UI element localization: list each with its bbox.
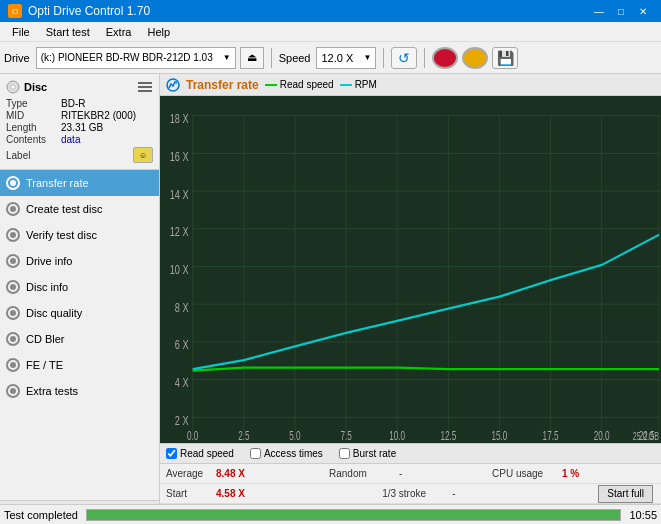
nav-label: CD Bler bbox=[26, 333, 65, 345]
nav-extra-tests[interactable]: Extra tests bbox=[0, 378, 159, 404]
length-value: 23.31 GB bbox=[61, 122, 103, 133]
toolbar-separator3 bbox=[424, 48, 425, 68]
nav-label: Transfer rate bbox=[26, 177, 89, 189]
nav-dot bbox=[6, 280, 20, 294]
svg-text:16 X: 16 X bbox=[170, 149, 189, 163]
random-label: Random bbox=[329, 468, 399, 479]
mid-label: MID bbox=[6, 110, 61, 121]
nav-fe-te[interactable]: FE / TE bbox=[0, 352, 159, 378]
disc-button1[interactable] bbox=[432, 47, 458, 69]
menu-file[interactable]: File bbox=[4, 24, 38, 40]
nav-verify-test-disc[interactable]: Verify test disc bbox=[0, 222, 159, 248]
access-times-checkbox[interactable] bbox=[250, 448, 261, 459]
svg-text:14 X: 14 X bbox=[170, 187, 189, 201]
read-speed-checkbox[interactable] bbox=[166, 448, 177, 459]
nav-disc-info[interactable]: Disc info bbox=[0, 274, 159, 300]
refresh-button[interactable]: ↺ bbox=[391, 47, 417, 69]
minimize-button[interactable]: — bbox=[589, 3, 609, 19]
svg-text:12.5: 12.5 bbox=[440, 429, 456, 442]
svg-text:2.5: 2.5 bbox=[238, 429, 250, 442]
svg-text:20.0: 20.0 bbox=[594, 429, 610, 442]
stat-random: Random - bbox=[329, 468, 492, 479]
nav-cd-bler[interactable]: CD Bler bbox=[0, 326, 159, 352]
drive-dropdown[interactable]: (k:) PIONEER BD-RW BDR-212D 1.03 ▼ bbox=[36, 47, 236, 69]
nav-dot bbox=[6, 358, 20, 372]
svg-rect-3 bbox=[138, 86, 152, 88]
cpu-label: CPU usage bbox=[492, 468, 562, 479]
nav-dot bbox=[6, 228, 20, 242]
svg-rect-4 bbox=[138, 90, 152, 92]
svg-text:7.5: 7.5 bbox=[340, 429, 352, 442]
legend-rpm-label: RPM bbox=[355, 79, 377, 90]
sidebar: Disc Type BD-R MID RITEKBR2 (000) bbox=[0, 74, 160, 524]
checkbox-burst-rate[interactable]: Burst rate bbox=[339, 448, 396, 459]
speed-value: 12.0 X bbox=[321, 52, 353, 64]
svg-text:17.5: 17.5 bbox=[543, 429, 559, 442]
avg-value: 8.48 X bbox=[216, 468, 264, 479]
legend-read-color bbox=[265, 84, 277, 86]
burst-rate-checkbox[interactable] bbox=[339, 448, 350, 459]
svg-text:4 X: 4 X bbox=[175, 375, 189, 389]
mid-value: RITEKBR2 (000) bbox=[61, 110, 136, 121]
avg-label: Average bbox=[166, 468, 216, 479]
progress-fill bbox=[87, 510, 620, 520]
svg-point-1 bbox=[11, 85, 15, 89]
svg-text:18 X: 18 X bbox=[170, 111, 189, 125]
type-value: BD-R bbox=[61, 98, 85, 109]
legend-read-label: Read speed bbox=[280, 79, 334, 90]
svg-text:0.0: 0.0 bbox=[187, 429, 199, 442]
toolbar-separator2 bbox=[383, 48, 384, 68]
status-text: Test completed bbox=[4, 509, 78, 521]
menu-extra[interactable]: Extra bbox=[98, 24, 140, 40]
checkbox-read-speed[interactable]: Read speed bbox=[166, 448, 234, 459]
content-area: Transfer rate Read speed RPM 18 X 16 X 1… bbox=[160, 74, 661, 524]
nav-label: Create test disc bbox=[26, 203, 102, 215]
title-bar: O Opti Drive Control 1.70 — □ ✕ bbox=[0, 0, 661, 22]
svg-text:25.0 GB: 25.0 GB bbox=[633, 431, 659, 443]
chart-controls: Read speed Access times Burst rate bbox=[160, 443, 661, 463]
chart-area: 18 X 16 X 14 X 12 X 10 X 8 X 6 X 4 X 2 X bbox=[160, 96, 661, 443]
close-button[interactable]: ✕ bbox=[633, 3, 653, 19]
nav-disc-quality[interactable]: Disc quality bbox=[0, 300, 159, 326]
stroke-label: 1/3 stroke bbox=[382, 488, 452, 499]
start-full-button[interactable]: Start full bbox=[598, 485, 653, 503]
maximize-button[interactable]: □ bbox=[611, 3, 631, 19]
chart-title: Transfer rate bbox=[186, 78, 259, 92]
stroke-value: - bbox=[452, 488, 482, 499]
status-time: 10:55 bbox=[629, 509, 657, 521]
chart-header: Transfer rate Read speed RPM bbox=[160, 74, 661, 96]
nav-label: Drive info bbox=[26, 255, 72, 267]
nav-dot bbox=[6, 176, 20, 190]
checkbox-access-times[interactable]: Access times bbox=[250, 448, 323, 459]
disc-section-label: Disc bbox=[24, 81, 47, 93]
main-area: Disc Type BD-R MID RITEKBR2 (000) bbox=[0, 74, 661, 524]
disc-button2[interactable] bbox=[462, 47, 488, 69]
nav-label: Extra tests bbox=[26, 385, 78, 397]
menu-start-test[interactable]: Start test bbox=[38, 24, 98, 40]
start-value: 4.58 X bbox=[216, 488, 264, 499]
nav-label: Disc info bbox=[26, 281, 68, 293]
chart-icon bbox=[166, 78, 180, 92]
nav-dot bbox=[6, 384, 20, 398]
menu-help[interactable]: Help bbox=[139, 24, 178, 40]
speed-dropdown[interactable]: 12.0 X ▼ bbox=[316, 47, 376, 69]
legend-read-speed: Read speed bbox=[265, 79, 334, 90]
nav-create-test-disc[interactable]: Create test disc bbox=[0, 196, 159, 222]
nav-label: Verify test disc bbox=[26, 229, 97, 241]
label-icon: ☺ bbox=[133, 147, 153, 163]
nav-label: Disc quality bbox=[26, 307, 82, 319]
speed-dropdown-arrow: ▼ bbox=[364, 53, 372, 62]
disc-icon bbox=[6, 80, 20, 94]
toolbar: Drive (k:) PIONEER BD-RW BDR-212D 1.03 ▼… bbox=[0, 42, 661, 74]
drive-label: Drive bbox=[4, 52, 30, 64]
svg-text:10.0: 10.0 bbox=[389, 429, 405, 442]
nav-transfer-rate[interactable]: Transfer rate bbox=[0, 170, 159, 196]
eject-button[interactable]: ⏏ bbox=[240, 47, 264, 69]
window-title: Opti Drive Control 1.70 bbox=[28, 4, 150, 18]
legend-rpm-color bbox=[340, 84, 352, 86]
svg-text:5.0: 5.0 bbox=[289, 429, 301, 442]
nav-drive-info[interactable]: Drive info bbox=[0, 248, 159, 274]
stat-cpu: CPU usage 1 % bbox=[492, 468, 655, 479]
stat-average: Average 8.48 X bbox=[166, 468, 329, 479]
save-button[interactable]: 💾 bbox=[492, 47, 518, 69]
